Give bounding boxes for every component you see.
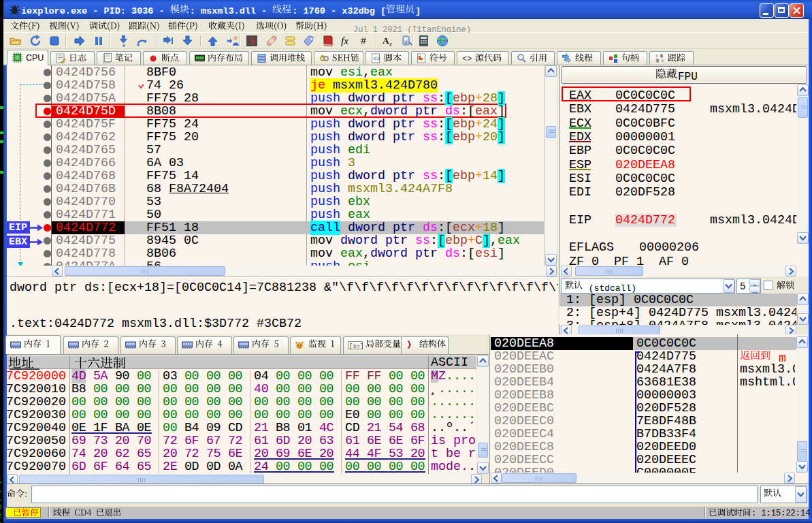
svg-text:fx: fx [341,35,348,46]
svg-text:[x=]: [x=] [349,343,363,350]
svg-text:<>: <> [462,54,472,63]
svg-text:S: S [249,36,255,46]
svg-text:#: # [361,35,366,46]
svg-text:z: z [389,40,392,47]
svg-text:A: A [383,35,389,46]
svg-text:<>: <> [373,56,380,63]
